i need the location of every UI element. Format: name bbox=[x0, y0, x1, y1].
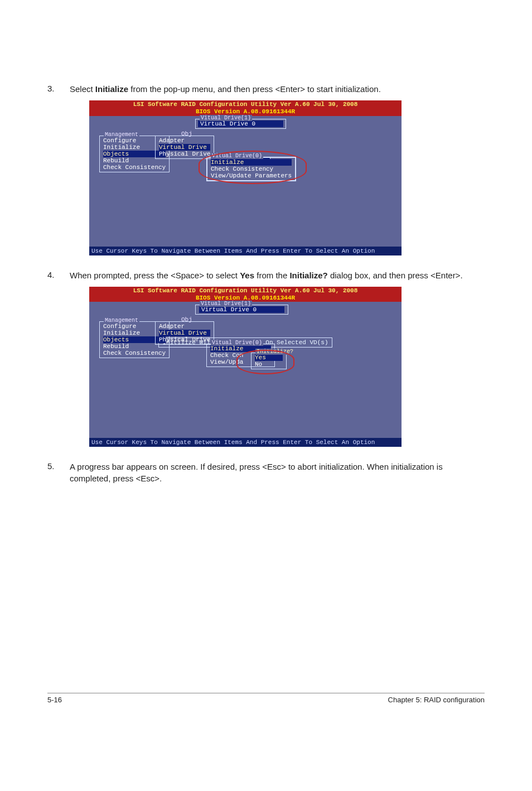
bios-title-line1: LSI Software RAID Configuration Utility … bbox=[89, 101, 402, 108]
menu-item-virtual-drive[interactable]: Virtual Drive bbox=[159, 144, 210, 151]
step-3: 3. Select Initialize from the pop-up men… bbox=[47, 84, 485, 95]
vd0-item: Virtual Drive 0 bbox=[198, 120, 283, 127]
bios-help-bar: Use Cursor Keys To Navigate Between Item… bbox=[89, 438, 402, 447]
step-4: 4. When prompted, press the <Space> to s… bbox=[47, 270, 485, 281]
bios-screenshot-1: LSI Software RAID Configuration Utility … bbox=[89, 100, 402, 255]
menu-item-adapter[interactable]: Adapter bbox=[159, 323, 210, 330]
menu-item-physical-drive[interactable]: Physical Drive bbox=[159, 336, 210, 343]
t: Select bbox=[70, 84, 95, 94]
vd1-label: Vitual Drive(1) bbox=[200, 115, 252, 121]
vd1-label: Vitual Drive(1) bbox=[200, 301, 252, 307]
bios-body: Vitual Drive(1) Virtual Drive 0 Obj Mana… bbox=[89, 302, 402, 438]
menu-item-adapter[interactable]: Adapter bbox=[159, 137, 210, 144]
bios-screenshot-2: LSI Software RAID Configuration Utility … bbox=[89, 287, 402, 447]
vd-actions-menu[interactable]: Vitual Drive(0) Initialze Check Consiste… bbox=[206, 157, 296, 181]
vd0-label: Vitual Drive(0) bbox=[211, 153, 263, 159]
mgmt-label: Management bbox=[104, 317, 139, 324]
step-5: 5. A progress bar appears on screen. If … bbox=[47, 461, 485, 484]
step-text: A progress bar appears on screen. If des… bbox=[70, 461, 485, 484]
page-number: 5-16 bbox=[47, 696, 62, 704]
vd0-label: Vitual Drive(0) bbox=[211, 340, 263, 346]
option-yes[interactable]: Yes bbox=[255, 354, 283, 361]
virtual-drive-1-box: Vitual Drive(1) Virtual Drive 0 bbox=[195, 305, 288, 315]
virtual-drive-1-box: Vitual Drive(1) Virtual Drive 0 bbox=[195, 119, 286, 129]
menu-item-physical-drive[interactable]: Physical Drive bbox=[159, 151, 210, 157]
step-text: Select Initialize from the pop-up menu, … bbox=[70, 84, 485, 95]
bios-body: Vitual Drive(1) Virtual Drive 0 Obj Mana… bbox=[89, 116, 402, 247]
objects-menu[interactable]: Adapter Virtual Drive Physical Drive bbox=[155, 136, 214, 159]
initialize-question-label: Initialize? bbox=[255, 349, 294, 355]
bios-title-bar: LSI Software RAID Configuration Utility … bbox=[89, 287, 402, 302]
page-footer: 5-16 Chapter 5: RAID configuration bbox=[47, 693, 485, 704]
bios-title-line1: LSI Software RAID Configuration Utility … bbox=[89, 287, 402, 295]
option-no[interactable]: No bbox=[255, 361, 283, 368]
t: When prompted, press the <Space> to sele… bbox=[70, 271, 240, 280]
vd0-item: Virtual Drive 0 bbox=[199, 306, 284, 313]
mgmt-label: Management bbox=[104, 132, 139, 138]
chapter-title: Chapter 5: RAID configuration bbox=[388, 696, 485, 704]
bold: Yes bbox=[240, 271, 254, 280]
action-initialize[interactable]: Initialze bbox=[211, 159, 292, 166]
menu-item-virtual-drive[interactable]: Virtual Drive bbox=[159, 330, 210, 336]
menu-item-check-consistency[interactable]: Check Consistency bbox=[103, 164, 166, 171]
step-number: 3. bbox=[47, 84, 70, 95]
action-view-update[interactable]: View/Update Parameters bbox=[211, 172, 292, 179]
t: from the bbox=[254, 271, 289, 280]
bios-title-bar: LSI Software RAID Configuration Utility … bbox=[89, 100, 402, 115]
bold: Initialize? bbox=[289, 271, 327, 280]
initialize-confirm-box[interactable]: Initialize? Yes No bbox=[251, 353, 287, 369]
t: from the pop-up menu, and then press <En… bbox=[128, 84, 381, 94]
objects-menu[interactable]: Adapter Virtual Drive Physical Drive bbox=[155, 321, 214, 345]
bios-help-bar: Use Cursor Keys To Navigate Between Item… bbox=[89, 247, 402, 255]
step-text: When prompted, press the <Space> to sele… bbox=[70, 270, 485, 281]
action-check-consistency[interactable]: Check Consistency bbox=[211, 166, 292, 172]
step-number: 4. bbox=[47, 270, 70, 281]
t: dialog box, and then press <Enter>. bbox=[328, 271, 463, 280]
t: A progress bar appears on screen. If des… bbox=[70, 462, 443, 483]
bold: Initialize bbox=[95, 84, 128, 94]
step-number: 5. bbox=[47, 461, 70, 484]
menu-item-check-consistency[interactable]: Check Consistency bbox=[103, 350, 166, 356]
